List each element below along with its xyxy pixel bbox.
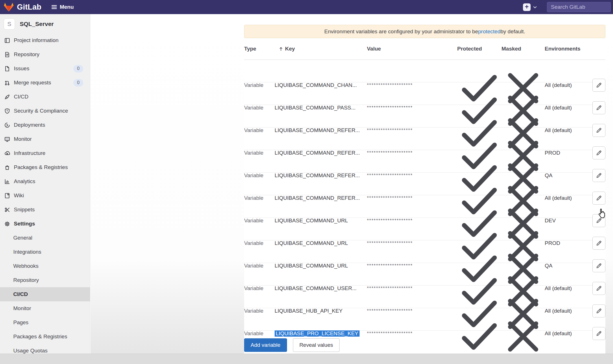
gitlab-home-link[interactable]: GitLab	[3, 2, 41, 12]
masked-value: ********************	[367, 263, 457, 269]
repository-icon	[4, 52, 10, 58]
rocket-icon	[4, 94, 10, 100]
edit-variable-button[interactable]	[592, 237, 605, 250]
table-body: Variable LIQUIBASE_COMMAND_CHAN... *****…	[244, 60, 605, 331]
masked-value: ********************	[367, 173, 457, 178]
add-variable-button[interactable]: Add variable	[244, 338, 287, 352]
sidebar-item-project-information[interactable]: Project information	[0, 33, 90, 47]
variable-key: LIQUIBASE_COMMAND_CHAN...	[275, 82, 357, 88]
pencil-icon	[596, 330, 602, 337]
settings-submenu-item-pages[interactable]: Pages	[0, 315, 90, 330]
masked-value: ********************	[367, 218, 457, 223]
variable-key: LIQUIBASE_COMMAND_PASS...	[275, 105, 356, 111]
chevron-down-icon	[533, 5, 537, 10]
sidebar-item-snippets[interactable]: Snippets	[0, 203, 90, 217]
sidebar-item-ci-cd[interactable]: CI/CD	[0, 90, 90, 104]
merge-request-icon	[4, 80, 10, 86]
sidebar-item-wiki[interactable]: Wiki	[0, 188, 90, 203]
gitlab-wordmark: GitLab	[17, 3, 41, 12]
variable-key: LIQUIBASE_COMMAND_REFER...	[275, 172, 360, 178]
sidebar-item-deployments[interactable]: Deployments	[0, 118, 90, 132]
sort-ascending-icon	[279, 47, 283, 51]
variable-key: LIQUIBASE_COMMAND_URL	[275, 240, 348, 246]
variable-key: LIQUIBASE_HUB_API_KEY	[275, 308, 343, 314]
environment-scope: DEV	[545, 218, 590, 224]
sidebar-item-infrastructure[interactable]: Infrastructure	[0, 146, 90, 160]
edit-variable-button[interactable]	[592, 304, 605, 317]
pencil-icon	[596, 240, 602, 246]
pencil-icon	[596, 127, 602, 133]
edit-variable-button[interactable]	[592, 146, 605, 159]
col-header-type: Type	[244, 46, 275, 52]
settings-submenu-item-ci-cd[interactable]: CI/CD	[0, 287, 90, 301]
variable-key: LIQUIBASE_COMMAND_USER...	[275, 285, 356, 291]
hamburger-icon	[51, 4, 57, 10]
edit-variable-button[interactable]	[592, 101, 605, 114]
environment-scope: QA	[545, 263, 590, 269]
pencil-icon	[596, 195, 602, 201]
project-name: SQL_Server	[20, 21, 54, 27]
pencil-icon	[596, 218, 602, 224]
project-avatar: S	[4, 18, 15, 30]
bottom-band	[0, 354, 613, 364]
sidebar-item-security-compliance[interactable]: Security & Compliance	[0, 104, 90, 118]
edit-variable-button[interactable]	[592, 327, 605, 340]
col-header-value: Value	[367, 46, 457, 52]
reveal-values-button[interactable]: Reveal values	[293, 338, 340, 352]
sidebar-item-merge-requests[interactable]: Merge requests 0	[0, 76, 90, 90]
monitor-icon	[4, 136, 10, 142]
settings-submenu-item-general[interactable]: General	[0, 231, 90, 245]
settings-submenu: General Integrations Webhooks Repository…	[0, 231, 90, 358]
pencil-icon	[596, 308, 602, 314]
edit-variable-button[interactable]	[592, 282, 605, 295]
sidebar-item-issues[interactable]: Issues 0	[0, 62, 90, 76]
environment-scope: PROD	[545, 240, 590, 246]
search-input[interactable]	[547, 2, 611, 12]
settings-submenu-item-monitor[interactable]: Monitor	[0, 301, 90, 315]
sidebar-item-packages-registries[interactable]: Packages & Registries	[0, 160, 90, 174]
sidebar-item-repository[interactable]: Repository	[0, 47, 90, 62]
settings-submenu-item-repository[interactable]: Repository	[0, 273, 90, 287]
sidebar-item-settings[interactable]: Settings	[0, 217, 90, 231]
issues-icon	[4, 66, 10, 72]
col-header-key[interactable]: Key	[275, 46, 367, 52]
menu-label: Menu	[60, 4, 74, 10]
col-header-protected: Protected	[457, 46, 502, 52]
col-header-environments: Environments	[545, 46, 590, 52]
pencil-icon	[596, 172, 602, 179]
variable-key: LIQUIBASE_COMMAND_URL	[275, 263, 348, 269]
sidebar-item-analytics[interactable]: Analytics	[0, 174, 90, 188]
variable-row: Variable LIQUIBASE_COMMAND_CHAN... *****…	[244, 60, 605, 82]
new-dropdown[interactable]: +	[523, 3, 537, 11]
menu-button[interactable]: Menu	[51, 4, 74, 10]
pencil-icon	[596, 285, 602, 291]
edit-variable-button[interactable]	[592, 124, 605, 137]
banner-text-after: by default.	[500, 28, 525, 35]
project-header[interactable]: S SQL_Server	[0, 14, 90, 33]
sidebar: S SQL_Server Project information Reposit…	[0, 14, 90, 364]
variable-key: LIQUIBASE_COMMAND_REFER...	[275, 195, 360, 201]
sidebar-item-monitor[interactable]: Monitor	[0, 132, 90, 146]
environment-scope: PROD	[545, 150, 590, 156]
edit-variable-button[interactable]	[592, 214, 605, 227]
edit-variable-button[interactable]	[592, 79, 605, 92]
settings-submenu-item-integrations[interactable]: Integrations	[0, 245, 90, 259]
banner-text: Environment variables are configured by …	[324, 28, 478, 35]
masked-value: ********************	[367, 195, 457, 201]
protected-check-icon	[457, 314, 502, 359]
sidebar-menu: Project information Repository Issues 0 …	[0, 33, 90, 231]
protected-link[interactable]: protected	[478, 28, 500, 35]
variable-key: LIQUIBASE_COMMAND_REFER...	[275, 150, 360, 156]
settings-submenu-item-packages-registries[interactable]: Packages & Registries	[0, 330, 90, 344]
settings-submenu-item-webhooks[interactable]: Webhooks	[0, 259, 90, 273]
pencil-icon	[596, 105, 602, 111]
gitlab-app: GitLab Menu + S SQL_Server Project infor…	[0, 0, 613, 364]
edit-variable-button[interactable]	[592, 259, 605, 272]
masked-value: ********************	[367, 150, 457, 156]
edit-variable-button[interactable]	[592, 169, 605, 182]
analytics-icon	[4, 179, 10, 185]
table-actions: Add variable Reveal values	[244, 338, 605, 352]
count-badge: 0	[73, 79, 83, 87]
edit-variable-button[interactable]	[592, 192, 605, 205]
plus-icon: +	[523, 3, 531, 11]
